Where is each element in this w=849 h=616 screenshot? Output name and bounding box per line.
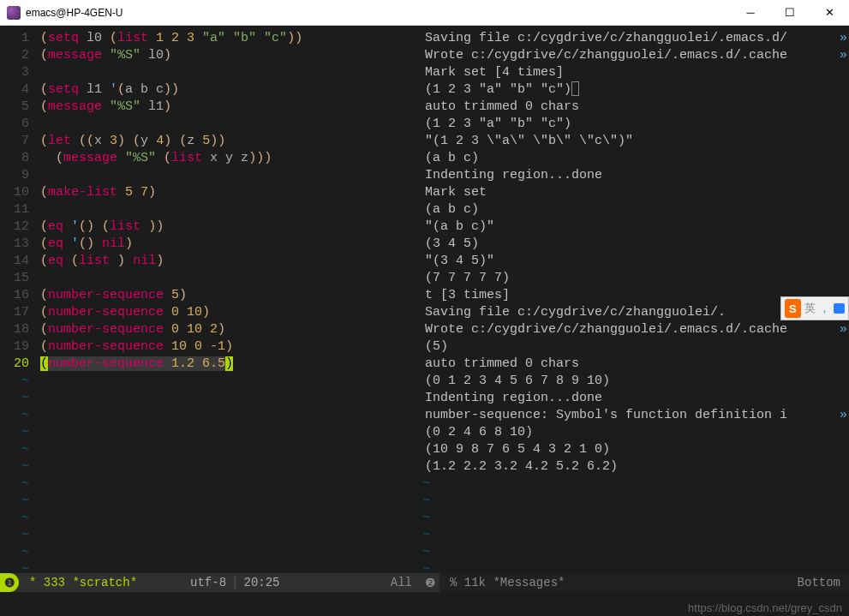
scroll-position-right: Bottom <box>798 576 849 589</box>
line-number-gutter: 1234567891011121314151617181920~~~~~~~~~… <box>0 30 36 578</box>
cursor-position: 20:25 <box>243 576 279 589</box>
state-badge-icon: ❶ <box>0 573 19 592</box>
window-title: emacs@HP-4GEN-U <box>26 7 731 19</box>
encoding-label: utf-8 <box>190 576 226 589</box>
modeline-right[interactable]: ❷ % 11k *Messages* Bottom <box>421 573 849 592</box>
modified-indicator: * 333 *scratch* <box>29 576 137 589</box>
scroll-position-left: All <box>391 576 421 589</box>
modeline-left[interactable]: ❶ * 333 *scratch* utf-8 | 20:25 All <box>0 573 421 592</box>
modeline: ❶ * 333 *scratch* utf-8 | 20:25 All ❷ % … <box>0 573 849 592</box>
ime-language[interactable]: 英 <box>804 301 816 316</box>
keyboard-icon[interactable] <box>834 303 845 314</box>
ime-comma-icon: ， <box>819 301 830 316</box>
app-icon <box>7 6 21 20</box>
ime-toolbar[interactable]: S 英 ， <box>780 296 849 320</box>
state-badge-icon-inactive: ❷ <box>421 573 439 592</box>
window-titlebar: emacs@HP-4GEN-U ─ ☐ ✕ <box>0 0 849 26</box>
scratch-buffer-code[interactable]: (setq l0 (list 1 2 3 "a" "b" "c"))(messa… <box>40 30 421 578</box>
close-button[interactable]: ✕ <box>810 0 849 26</box>
maximize-button[interactable]: ☐ <box>770 0 810 26</box>
minimize-button[interactable]: ─ <box>731 0 770 26</box>
modified-indicator-right: % 11k *Messages* <box>450 576 565 589</box>
watermark-text: https://blog.csdn.net/grey_csdn <box>688 601 842 614</box>
editor-area: 1234567891011121314151617181920~~~~~~~~~… <box>0 26 849 592</box>
left-pane[interactable]: 1234567891011121314151617181920~~~~~~~~~… <box>0 26 421 592</box>
sogou-icon[interactable]: S <box>785 299 801 318</box>
